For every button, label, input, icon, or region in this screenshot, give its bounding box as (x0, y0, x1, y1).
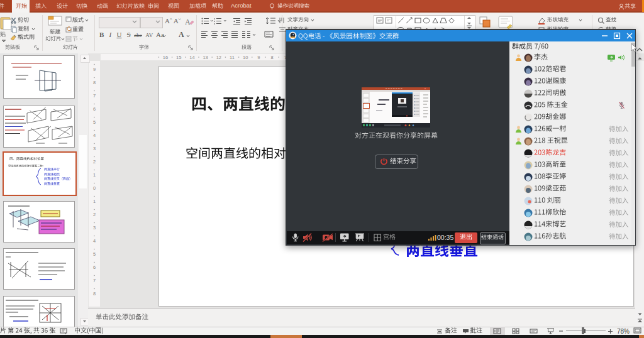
svg-text:8: 8 (93, 291, 96, 297)
svg-text:A: A (185, 18, 191, 26)
svg-text:10: 10 (243, 55, 248, 60)
svg-text:8: 8 (93, 80, 96, 85)
svg-text:8: 8 (271, 55, 274, 60)
svg-text:4: 4 (93, 133, 96, 138)
svg-text:16: 16 (163, 55, 168, 60)
svg-text:1: 1 (93, 199, 96, 204)
svg-text:5: 5 (93, 119, 96, 125)
svg-text:14: 14 (189, 55, 194, 60)
svg-text:13: 13 (203, 55, 208, 60)
svg-text:2: 2 (93, 159, 96, 165)
svg-text:6: 6 (93, 106, 96, 112)
svg-text:5: 5 (93, 251, 96, 257)
svg-text:3: 3 (93, 146, 96, 151)
svg-text:6: 6 (93, 264, 96, 270)
svg-text:9: 9 (93, 67, 96, 72)
svg-text:9: 9 (257, 55, 260, 60)
svg-text:7: 7 (93, 93, 96, 99)
svg-text:0: 0 (93, 185, 96, 191)
svg-text:1: 1 (93, 172, 96, 178)
svg-text:3: 3 (93, 225, 96, 231)
svg-text:7: 7 (93, 278, 96, 283)
svg-text:12: 12 (216, 55, 221, 60)
svg-text:4: 4 (93, 238, 96, 244)
svg-text:11: 11 (230, 55, 235, 60)
svg-text:2: 2 (93, 212, 96, 217)
svg-text:15: 15 (176, 55, 181, 60)
